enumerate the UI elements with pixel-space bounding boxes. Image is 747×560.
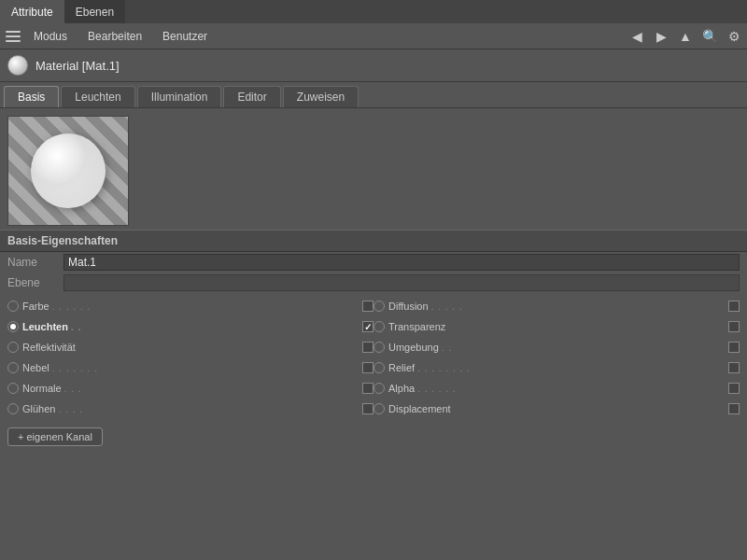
- preview-area: [0, 108, 747, 230]
- channel-nebel-checkbox[interactable]: [362, 362, 374, 373]
- material-name-label: Material [Mat.1]: [35, 59, 120, 73]
- menu-bar: Modus Bearbeiten Benutzer ◀ ▶ ▲ 🔍 ⚙: [0, 23, 747, 49]
- channel-relief-radio[interactable]: [374, 362, 385, 373]
- channel-transparenz-radio[interactable]: [374, 321, 385, 332]
- ebene-input[interactable]: [63, 274, 740, 291]
- search-icon[interactable]: 🔍: [700, 27, 719, 46]
- channel-alpha: Alpha . . . . . .: [374, 379, 740, 398]
- channel-leuchten-checkbox[interactable]: ✓: [362, 321, 374, 332]
- name-property-row: Name: [0, 252, 747, 273]
- channel-relief: Relief . . . . . . . .: [374, 358, 740, 377]
- tab-row: Basis Leuchten Illumination Editor Zuwei…: [0, 82, 747, 108]
- channel-normale-radio[interactable]: [7, 383, 19, 394]
- menu-modus[interactable]: Modus: [24, 26, 77, 47]
- channel-farbe-checkbox[interactable]: [362, 301, 374, 312]
- channel-farbe: Farbe . . . . . .: [7, 297, 374, 315]
- material-preview-ball: [7, 55, 28, 76]
- channel-reflektivitaet-radio[interactable]: [7, 342, 19, 353]
- channel-displacement-checkbox[interactable]: [728, 403, 740, 414]
- arrow-right-icon[interactable]: ▶: [652, 27, 670, 46]
- tab-editor[interactable]: Editor: [223, 86, 280, 107]
- arrow-left-icon[interactable]: ◀: [627, 27, 646, 46]
- ebene-label: Ebene: [7, 276, 63, 289]
- channel-reflektivitaet: Reflektivität: [7, 338, 374, 357]
- menu-bar-left: Modus Bearbeiten Benutzer: [4, 26, 217, 47]
- top-tab-bar: Attribute Ebenen: [0, 0, 747, 23]
- tab-attribute[interactable]: Attribute: [0, 0, 64, 23]
- name-label: Name: [7, 256, 63, 269]
- channel-normale: Normale . . .: [7, 379, 374, 398]
- channel-alpha-checkbox[interactable]: [728, 383, 740, 394]
- channel-gluehen-checkbox[interactable]: [362, 403, 374, 414]
- channel-farbe-radio[interactable]: [7, 301, 19, 312]
- section-header: Basis-Eigenschaften: [0, 230, 747, 252]
- material-preview-box: [7, 116, 129, 226]
- channel-normale-checkbox[interactable]: [362, 383, 374, 394]
- channel-gluehen-radio[interactable]: [7, 403, 19, 414]
- triangle-up-icon[interactable]: ▲: [676, 27, 695, 46]
- channel-diffusion-checkbox[interactable]: [728, 301, 740, 312]
- channel-diffusion: Diffusion . . . . .: [374, 297, 740, 315]
- channel-nebel-radio[interactable]: [7, 362, 19, 373]
- hamburger-menu-icon[interactable]: [4, 27, 22, 46]
- channel-umgebung-checkbox[interactable]: [728, 342, 740, 353]
- tab-leuchten[interactable]: Leuchten: [61, 86, 134, 107]
- add-channel-button[interactable]: + eigenen Kanal: [7, 427, 103, 446]
- properties-section: Basis-Eigenschaften Name Ebene: [0, 230, 747, 293]
- menu-bearbeiten[interactable]: Bearbeiten: [78, 26, 151, 47]
- channel-displacement: Displacement: [374, 399, 740, 418]
- ebene-property-row: Ebene: [0, 273, 747, 293]
- channel-diffusion-radio[interactable]: [374, 301, 385, 312]
- channel-leuchten-radio[interactable]: [7, 321, 19, 332]
- tab-illumination[interactable]: Illumination: [137, 86, 222, 107]
- channel-umgebung: Umgebung . .: [374, 338, 740, 357]
- channel-leuchten: Leuchten . . ✓: [7, 317, 374, 336]
- menu-bar-right: ◀ ▶ ▲ 🔍 ⚙: [627, 27, 743, 46]
- gear-icon[interactable]: ⚙: [725, 27, 743, 46]
- tab-basis[interactable]: Basis: [4, 86, 59, 107]
- channel-transparenz: Transparenz: [374, 317, 740, 336]
- name-input[interactable]: [63, 254, 740, 271]
- channel-reflektivitaet-checkbox[interactable]: [362, 342, 374, 353]
- tab-ebenen[interactable]: Ebenen: [64, 0, 125, 23]
- tab-zuweisen[interactable]: Zuweisen: [283, 86, 359, 107]
- material-preview-sphere: [31, 133, 106, 208]
- material-header: Material [Mat.1]: [0, 49, 747, 82]
- channel-umgebung-radio[interactable]: [374, 342, 385, 353]
- menu-benutzer[interactable]: Benutzer: [153, 26, 217, 47]
- channel-relief-checkbox[interactable]: [728, 362, 740, 373]
- channel-displacement-radio[interactable]: [374, 403, 385, 414]
- channel-transparenz-checkbox[interactable]: [728, 321, 740, 332]
- channel-gluehen: Glühen . . . .: [7, 399, 374, 418]
- channels-grid: Farbe . . . . . . Diffusion . . . . . Le…: [0, 293, 747, 422]
- channel-alpha-radio[interactable]: [374, 383, 385, 394]
- channel-nebel: Nebel . . . . . . .: [7, 358, 374, 377]
